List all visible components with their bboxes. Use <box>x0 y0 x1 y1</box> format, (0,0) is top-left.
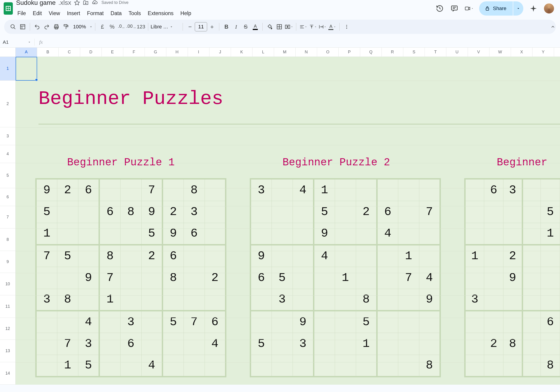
sudoku-cell[interactable] <box>522 201 541 223</box>
sudoku-cell[interactable] <box>99 223 120 245</box>
sudoku-cell[interactable]: 3 <box>271 289 293 311</box>
sudoku-cell[interactable]: 6 <box>99 201 120 223</box>
sudoku-cell[interactable] <box>293 355 314 377</box>
sudoku-cell[interactable] <box>398 355 419 377</box>
sudoku-cell[interactable]: 4 <box>314 245 335 267</box>
sudoku-cell[interactable] <box>293 201 314 223</box>
sudoku-cell[interactable] <box>99 179 120 201</box>
sudoku-cell[interactable]: 5 <box>162 311 183 333</box>
sudoku-cell[interactable] <box>465 355 484 377</box>
cloud-saved-icon[interactable] <box>91 0 98 6</box>
menu-file[interactable]: File <box>14 9 29 18</box>
menu-tools[interactable]: Tools <box>125 9 144 18</box>
zoom-select[interactable]: 100% <box>71 24 93 30</box>
sheets-logo[interactable] <box>3 2 13 15</box>
sudoku-cell[interactable] <box>36 267 57 289</box>
sudoku-cell[interactable] <box>120 355 141 377</box>
sudoku-cell[interactable] <box>141 311 162 333</box>
sudoku-puzzle-3[interactable]: 635112936288 <box>464 178 560 377</box>
sudoku-cell[interactable] <box>57 223 78 245</box>
spreadsheet-grid[interactable]: ABCDEFGHIJKLMNOPQRSTUVWXY 12345678910111… <box>0 48 560 385</box>
sudoku-cell[interactable]: 3 <box>183 201 205 223</box>
font-size-input[interactable] <box>195 22 207 31</box>
sudoku-cell[interactable] <box>205 289 226 311</box>
merge-cells-icon[interactable] <box>284 22 294 32</box>
col-header-N[interactable]: N <box>296 48 317 57</box>
sudoku-cell[interactable]: 9 <box>162 223 183 245</box>
sudoku-puzzle-2[interactable]: 34152679494165174389955318 <box>250 178 441 377</box>
col-header-D[interactable]: D <box>80 48 102 57</box>
sudoku-cell[interactable]: 7 <box>36 245 57 267</box>
row-header-10[interactable]: 10 <box>0 273 16 295</box>
sudoku-cell[interactable] <box>120 267 141 289</box>
print-icon[interactable] <box>51 22 61 32</box>
fill-color-icon[interactable] <box>265 22 274 32</box>
sudoku-cell[interactable]: 6 <box>205 311 226 333</box>
sudoku-cell[interactable] <box>271 179 293 201</box>
sudoku-cell[interactable]: 2 <box>356 201 377 223</box>
paint-format-icon[interactable] <box>61 22 71 32</box>
sudoku-cell[interactable]: 1 <box>314 179 335 201</box>
col-header-V[interactable]: V <box>468 48 490 57</box>
sudoku-cell[interactable] <box>250 289 271 311</box>
sudoku-cell[interactable] <box>503 201 522 223</box>
col-header-X[interactable]: X <box>511 48 532 57</box>
sudoku-cell[interactable] <box>57 267 78 289</box>
star-icon[interactable] <box>74 0 80 6</box>
text-color-icon[interactable]: A <box>250 22 260 32</box>
sudoku-cell[interactable]: 2 <box>57 179 78 201</box>
sudoku-cell[interactable] <box>419 311 440 333</box>
name-box[interactable]: A1 <box>0 39 34 45</box>
sudoku-cell[interactable] <box>356 355 377 377</box>
sudoku-cell[interactable]: 2 <box>205 267 226 289</box>
sudoku-cell[interactable]: 3 <box>120 311 141 333</box>
col-header-L[interactable]: L <box>252 48 274 57</box>
sudoku-cell[interactable] <box>484 245 503 267</box>
sudoku-cell[interactable]: 7 <box>398 267 419 289</box>
col-header-G[interactable]: G <box>145 48 166 57</box>
sudoku-cell[interactable] <box>162 289 183 311</box>
row-header-14[interactable]: 14 <box>0 362 16 385</box>
sudoku-cell[interactable]: 3 <box>36 289 57 311</box>
account-avatar[interactable] <box>543 3 554 14</box>
borders-icon[interactable] <box>274 22 284 32</box>
sudoku-cell[interactable]: 3 <box>503 179 522 201</box>
sudoku-puzzle-1[interactable]: 926785689231596758269782381435767364154 <box>35 178 226 377</box>
sudoku-cell[interactable]: 1 <box>36 223 57 245</box>
sudoku-cell[interactable] <box>465 267 484 289</box>
sudoku-cell[interactable] <box>335 223 356 245</box>
sudoku-cell[interactable]: 7 <box>419 201 440 223</box>
sudoku-cell[interactable] <box>314 289 335 311</box>
sudoku-cell[interactable] <box>335 179 356 201</box>
row-header-11[interactable]: 11 <box>0 295 16 318</box>
sudoku-cell[interactable] <box>293 289 314 311</box>
menu-format[interactable]: Format <box>84 9 107 18</box>
sudoku-cell[interactable] <box>271 311 293 333</box>
sudoku-cell[interactable] <box>484 355 503 377</box>
sudoku-cell[interactable] <box>465 333 484 355</box>
sudoku-cell[interactable] <box>314 311 335 333</box>
sudoku-cell[interactable]: 5 <box>541 201 560 223</box>
sudoku-cell[interactable]: 5 <box>57 245 78 267</box>
sudoku-cell[interactable] <box>419 333 440 355</box>
menu-help[interactable]: Help <box>177 9 194 18</box>
sudoku-cell[interactable] <box>377 245 398 267</box>
sudoku-cell[interactable]: 9 <box>314 223 335 245</box>
row-header-5[interactable]: 5 <box>0 163 16 188</box>
sudoku-cell[interactable]: 1 <box>99 289 120 311</box>
sudoku-cell[interactable]: 8 <box>99 245 120 267</box>
tables-icon[interactable] <box>18 22 28 32</box>
sudoku-cell[interactable]: 1 <box>541 223 560 245</box>
sudoku-cell[interactable] <box>120 223 141 245</box>
menu-data[interactable]: Data <box>108 9 125 18</box>
sudoku-cell[interactable] <box>314 333 335 355</box>
sudoku-cell[interactable]: 2 <box>503 245 522 267</box>
sudoku-cell[interactable] <box>250 311 271 333</box>
italic-icon[interactable]: I <box>231 22 241 32</box>
sudoku-cell[interactable]: 4 <box>377 223 398 245</box>
sudoku-cell[interactable] <box>141 267 162 289</box>
col-header-S[interactable]: S <box>403 48 425 57</box>
move-icon[interactable] <box>83 0 89 6</box>
sudoku-cell[interactable] <box>120 289 141 311</box>
sudoku-cell[interactable] <box>377 355 398 377</box>
